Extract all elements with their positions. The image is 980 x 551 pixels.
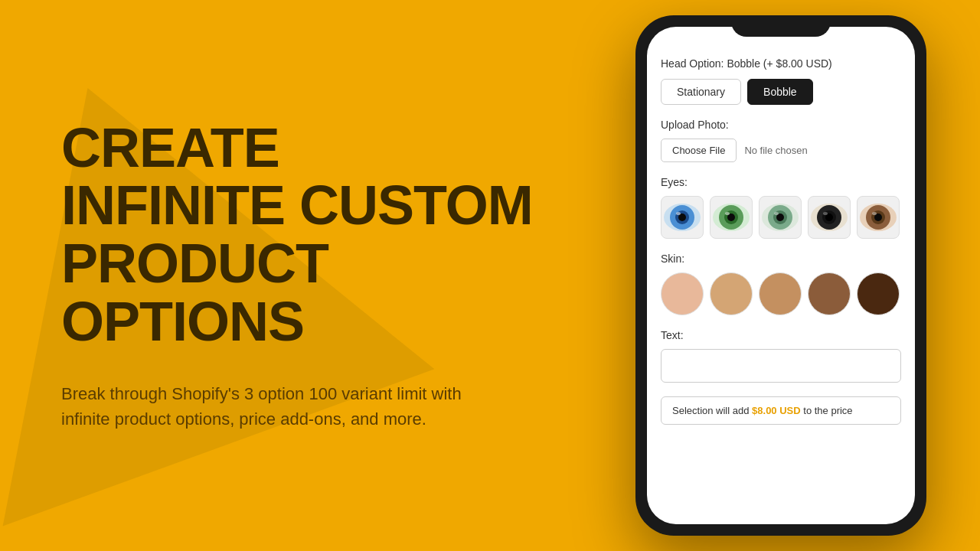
skin-option-5[interactable] bbox=[857, 272, 900, 315]
price-prefix: Selection will add bbox=[672, 405, 752, 416]
eye-option-grey-green[interactable] bbox=[759, 196, 802, 239]
head-option-label: Head Option: Bobble (+ $8.00 USD) bbox=[661, 57, 901, 70]
option-buttons: Stationary Bobble bbox=[661, 79, 901, 105]
upload-photo-label: Upload Photo: bbox=[661, 119, 901, 131]
head-option-selected: Bobble (+ $8.00 USD) bbox=[727, 57, 831, 70]
skin-option-4[interactable] bbox=[808, 272, 851, 315]
headline-line2: INFINITE CUSTOM bbox=[61, 174, 533, 236]
screen-content: Head Option: Bobble (+ $8.00 USD) Statio… bbox=[661, 57, 901, 425]
file-upload-row: Choose File No file chosen bbox=[661, 139, 901, 162]
choose-file-button[interactable]: Choose File bbox=[661, 139, 737, 162]
eye-option-brown[interactable] bbox=[857, 196, 900, 239]
svg-point-14 bbox=[774, 212, 779, 215]
svg-point-24 bbox=[872, 212, 877, 215]
price-suffix: to the price bbox=[803, 405, 852, 416]
skin-label: Skin: bbox=[661, 253, 901, 265]
svg-point-4 bbox=[676, 212, 681, 215]
price-notice: Selection will add $8.00 USD to the pric… bbox=[661, 396, 901, 425]
svg-point-19 bbox=[823, 212, 828, 215]
headline-line3: PRODUCT OPTIONS bbox=[61, 233, 328, 352]
left-panel: CREATE INFINITE CUSTOM PRODUCT OPTIONS B… bbox=[0, 73, 582, 478]
text-input[interactable] bbox=[661, 349, 901, 383]
main-headline: CREATE INFINITE CUSTOM PRODUCT OPTIONS bbox=[61, 119, 536, 350]
price-amount: $8.00 USD bbox=[752, 405, 801, 416]
skin-grid bbox=[661, 272, 901, 315]
stationary-button[interactable]: Stationary bbox=[661, 79, 741, 105]
text-field-wrapper: Text: bbox=[661, 329, 901, 383]
right-panel: Head Option: Bobble (+ $8.00 USD) Statio… bbox=[582, 0, 980, 551]
eyes-grid bbox=[661, 196, 901, 239]
phone-mockup: Head Option: Bobble (+ $8.00 USD) Statio… bbox=[635, 15, 926, 536]
phone-notch bbox=[731, 15, 831, 37]
eye-svg-green bbox=[711, 197, 751, 237]
headline-line1: CREATE bbox=[61, 117, 279, 178]
skin-option-1[interactable] bbox=[661, 272, 704, 315]
eye-svg-grey-green bbox=[760, 197, 800, 237]
skin-option-2[interactable] bbox=[710, 272, 753, 315]
eye-option-dark[interactable] bbox=[808, 196, 851, 239]
skin-option-3[interactable] bbox=[759, 272, 802, 315]
bobble-button[interactable]: Bobble bbox=[747, 79, 813, 105]
eye-option-green[interactable] bbox=[710, 196, 753, 239]
eye-svg-brown bbox=[858, 197, 898, 237]
svg-point-9 bbox=[725, 212, 730, 215]
eye-option-blue[interactable] bbox=[661, 196, 704, 239]
no-file-text: No file chosen bbox=[744, 145, 807, 156]
eyes-label: Eyes: bbox=[661, 176, 901, 188]
head-option-text: Head Option: bbox=[661, 57, 724, 70]
eye-svg-blue bbox=[662, 197, 702, 237]
subtext: Break through Shopify's 3 option 100 var… bbox=[61, 381, 505, 432]
eye-svg-dark bbox=[809, 197, 849, 237]
phone-screen: Head Option: Bobble (+ $8.00 USD) Statio… bbox=[647, 27, 915, 524]
text-field-label: Text: bbox=[661, 329, 901, 341]
